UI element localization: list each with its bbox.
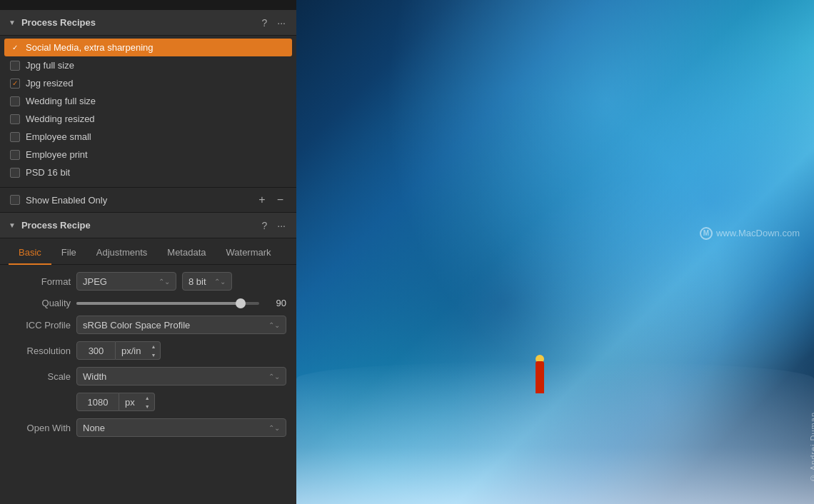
show-enabled-checkbox[interactable]: [10, 195, 20, 205]
scale-down-icon[interactable]: ▼: [141, 402, 154, 410]
recipe-label-employee-print: Employee print: [26, 149, 88, 160]
format-label: Format: [10, 276, 71, 287]
left-panel: ▼ Process Recipes ? ··· ✓ Social Media, …: [0, 0, 296, 504]
icc-value: sRGB Color Space Profile: [83, 320, 190, 331]
recipe-label-jpg-full: Jpg full size: [26, 60, 74, 71]
scale-px-stepper[interactable]: ▲ ▼: [141, 393, 155, 411]
show-enabled-label: Show Enabled Only: [26, 195, 250, 206]
recipe-item-jpg-full[interactable]: Jpg full size: [0, 56, 296, 74]
scale-row: Scale Width ⌃⌄: [10, 367, 286, 385]
icc-row: ICC Profile sRGB Color Space Profile ⌃⌄: [10, 316, 286, 334]
open-with-label: Open With: [10, 423, 71, 433]
scale-up-icon[interactable]: ▲: [141, 393, 154, 402]
resolution-label: Resolution: [10, 346, 71, 356]
recipe-item-psd-16bit[interactable]: PSD 16 bit: [0, 163, 296, 181]
recipe-more-icon[interactable]: ···: [275, 220, 288, 231]
photo-credit: © Andrei Duman: [809, 412, 814, 483]
watermark-text: www.MacDown.com: [716, 228, 800, 238]
recipe-label-employee-small: Employee small: [26, 131, 91, 142]
tab-watermark[interactable]: Watermark: [216, 243, 281, 265]
photo-area: M www.MacDown.com © Andrei Duman: [296, 0, 814, 504]
quality-slider[interactable]: [76, 302, 259, 305]
recipe-label-wedding-resized: Wedding resized: [26, 114, 95, 124]
remove-recipe-button[interactable]: −: [274, 193, 286, 206]
watermark: M www.MacDown.com: [700, 227, 800, 240]
resolution-group: 300 px/in ▲ ▼: [76, 341, 161, 360]
tab-metadata[interactable]: Metadata: [157, 243, 216, 265]
recipe-item-social-media[interactable]: ✓ Social Media, extra sharpening: [4, 39, 292, 56]
resolution-stepper[interactable]: ▲ ▼: [146, 341, 161, 360]
quality-label: Quality: [10, 298, 71, 308]
snow-ground: [296, 361, 814, 504]
process-recipes-header: ▼ Process Recipes ? ···: [0, 10, 296, 36]
tab-file[interactable]: File: [51, 243, 86, 265]
open-with-arrow-icon: ⌃⌄: [268, 424, 280, 432]
resolution-row: Resolution 300 px/in ▲ ▼: [10, 341, 286, 360]
show-enabled-row: Show Enabled Only + −: [0, 187, 296, 212]
top-strip: [0, 0, 296, 10]
recipe-checkbox-employee-small[interactable]: [10, 132, 20, 142]
recipe-checkbox-jpg-full[interactable]: [10, 61, 20, 71]
recipes-more-icon[interactable]: ···: [275, 17, 288, 29]
recipe-checkbox-employee-print[interactable]: [10, 150, 20, 160]
recipe-item-jpg-resized[interactable]: ✓ Jpg resized: [0, 74, 296, 92]
icc-label: ICC Profile: [10, 320, 71, 331]
collapse-arrow-recipes[interactable]: ▼: [9, 19, 16, 26]
recipe-label-social-media: Social Media, extra sharpening: [26, 42, 154, 53]
scale-px-input[interactable]: 1080: [76, 393, 119, 411]
recipe-item-employee-small[interactable]: Employee small: [0, 128, 296, 146]
icc-arrow-icon: ⌃⌄: [268, 321, 280, 329]
open-with-value: None: [83, 423, 105, 433]
bit-select[interactable]: 8 bit ⌃⌄: [182, 272, 232, 291]
format-select[interactable]: JPEG ⌃⌄: [76, 272, 176, 291]
recipe-checkbox-jpg-resized[interactable]: ✓: [10, 79, 20, 89]
recipes-help-icon[interactable]: ?: [260, 17, 270, 29]
resolution-input[interactable]: 300: [76, 341, 116, 360]
icc-select[interactable]: sRGB Color Space Profile ⌃⌄: [76, 316, 286, 334]
quality-slider-thumb[interactable]: [236, 298, 246, 308]
person-figure: [529, 336, 551, 393]
recipe-item-wedding-full[interactable]: Wedding full size: [0, 92, 296, 110]
quality-value: 90: [265, 298, 286, 308]
format-row: Format JPEG ⌃⌄ 8 bit ⌃⌄: [10, 272, 286, 291]
recipe-help-icon[interactable]: ?: [260, 220, 270, 231]
watermark-logo: M: [700, 227, 713, 240]
bit-value: 8 bit: [189, 276, 206, 287]
recipe-checkbox-social-media[interactable]: ✓: [10, 43, 20, 53]
open-with-select[interactable]: None ⌃⌄: [76, 418, 286, 437]
scale-select[interactable]: Width ⌃⌄: [76, 367, 286, 385]
resolution-unit: px/in: [116, 341, 146, 360]
recipe-label-psd-16bit: PSD 16 bit: [26, 167, 70, 178]
resolution-up-icon[interactable]: ▲: [146, 342, 160, 351]
basic-form: Format JPEG ⌃⌄ 8 bit ⌃⌄ Quality 90: [0, 265, 296, 444]
format-arrow-icon: ⌃⌄: [159, 278, 170, 286]
recipe-checkbox-wedding-full[interactable]: [10, 96, 20, 106]
recipe-checkbox-wedding-resized[interactable]: [10, 114, 20, 124]
quality-row: Quality 90: [10, 298, 286, 308]
format-value: JPEG: [83, 276, 107, 287]
scale-label: Scale: [10, 371, 71, 382]
add-recipe-button[interactable]: +: [256, 193, 268, 206]
recipe-label-wedding-full: Wedding full size: [26, 96, 96, 106]
scale-px-group: 1080 px ▲ ▼: [76, 393, 155, 411]
tab-adjustments[interactable]: Adjustments: [86, 243, 158, 265]
scale-arrow-icon: ⌃⌄: [268, 373, 280, 380]
scale-value: Width: [83, 371, 106, 382]
process-recipe-header: ▼ Process Recipe ? ···: [0, 213, 296, 238]
process-recipe-title: Process Recipe: [21, 220, 254, 231]
recipe-item-wedding-resized[interactable]: Wedding resized: [0, 110, 296, 128]
resolution-down-icon[interactable]: ▼: [146, 351, 160, 359]
tab-basic[interactable]: Basic: [9, 243, 51, 265]
bit-arrow-icon: ⌃⌄: [214, 278, 226, 286]
recipe-item-employee-print[interactable]: Employee print: [0, 146, 296, 163]
recipes-list: ✓ Social Media, extra sharpening Jpg ful…: [0, 36, 296, 184]
process-recipe-section: ▼ Process Recipe ? ··· Basic File Adjust…: [0, 212, 296, 504]
scale-px-unit: px: [119, 393, 141, 411]
tabs-row: Basic File Adjustments Metadata Watermar…: [0, 238, 296, 265]
collapse-arrow-recipe[interactable]: ▼: [9, 221, 16, 229]
open-with-row: Open With None ⌃⌄: [10, 418, 286, 437]
quality-slider-fill: [76, 302, 241, 305]
recipe-checkbox-psd-16bit[interactable]: [10, 168, 20, 178]
scale-px-row: 1080 px ▲ ▼: [10, 393, 286, 411]
recipe-label-jpg-resized: Jpg resized: [26, 78, 73, 89]
